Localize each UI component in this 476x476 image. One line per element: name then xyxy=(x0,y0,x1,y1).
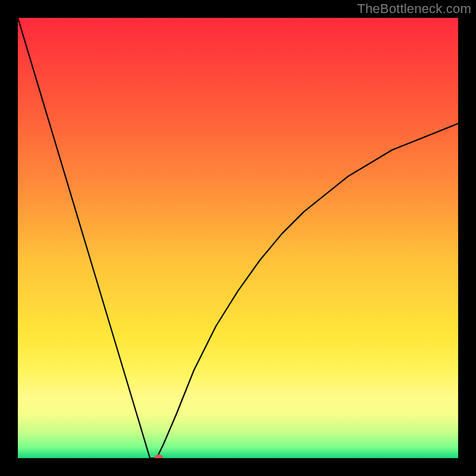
bottleneck-chart xyxy=(18,18,458,458)
watermark-label: TheBottleneck.com xyxy=(357,1,471,17)
plot-area xyxy=(18,18,458,458)
chart-container: TheBottleneck.com xyxy=(0,0,476,476)
